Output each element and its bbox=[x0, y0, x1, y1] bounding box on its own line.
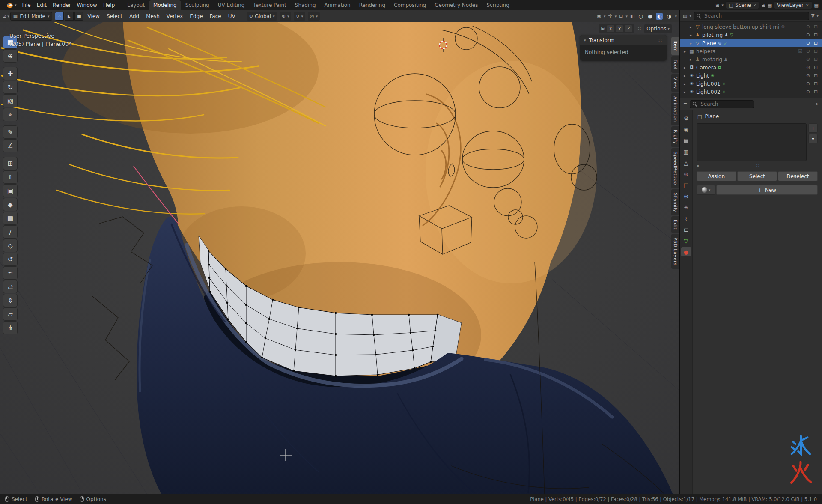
workspace-tab-layout[interactable]: Layout bbox=[123, 0, 149, 10]
new-material-button[interactable]: + New bbox=[716, 185, 818, 195]
disable-render-icon[interactable]: ⊡ bbox=[813, 24, 819, 30]
chevron-down-icon[interactable]: ▾ bbox=[604, 14, 606, 18]
menu-help[interactable]: Help bbox=[100, 1, 118, 9]
close-icon[interactable]: × bbox=[753, 3, 756, 7]
blender-menu[interactable]: ▾ bbox=[3, 3, 19, 8]
collapse-icon[interactable]: ▾ bbox=[584, 38, 586, 42]
vertex-select-mode-button[interactable]: ∴ bbox=[55, 12, 64, 21]
chevron-down-icon[interactable]: ▾ bbox=[816, 14, 819, 18]
tool-add-cube[interactable]: ⊞ bbox=[3, 157, 17, 170]
tab-material[interactable]: ● bbox=[681, 247, 691, 256]
outliner-row-metarig[interactable]: ▸ ♟ metarig ♟ ⊙ ⊡ bbox=[680, 55, 822, 63]
menu-vertex[interactable]: Vertex bbox=[164, 12, 186, 20]
hide-viewport-icon[interactable]: ⊙ bbox=[805, 32, 811, 38]
workspace-tab-animation[interactable]: Animation bbox=[320, 0, 355, 10]
chevron-down-icon[interactable]: ▾ bbox=[689, 14, 691, 18]
outliner-search-input[interactable] bbox=[703, 12, 806, 19]
panel-grip-icon[interactable]: ∷ bbox=[658, 37, 663, 43]
slot-specials-dropdown[interactable]: ▾ bbox=[808, 134, 818, 143]
tab-constraints[interactable]: ⊏ bbox=[681, 225, 691, 234]
disable-render-icon[interactable]: ⊡ bbox=[813, 57, 819, 62]
sidebar-tab-psd-layers[interactable]: PSD Layers bbox=[671, 234, 679, 269]
viewlayer-browse-icon[interactable]: ▤ bbox=[768, 3, 772, 8]
tool-edge-slide[interactable]: ⇄ bbox=[3, 280, 17, 293]
expand-icon[interactable]: ▸ bbox=[682, 49, 687, 54]
viewlayer-selector[interactable]: ViewLayer × bbox=[774, 1, 812, 9]
outliner-row-pilot-rig[interactable]: ▸ ♟ pilot_rig ♟ ▽ ⊙ ⊡ bbox=[680, 31, 822, 39]
workspace-tab-compositing[interactable]: Compositing bbox=[390, 0, 430, 10]
expand-icon[interactable]: ▸ bbox=[688, 57, 693, 62]
overlays-toggle-icon[interactable]: ⊟ bbox=[619, 13, 623, 19]
tool-shear[interactable]: ▱ bbox=[3, 308, 17, 320]
shading-rendered-button[interactable]: ◑ bbox=[665, 13, 672, 20]
gizmos-toggle-icon[interactable]: ✛ bbox=[608, 13, 612, 19]
mirror-x-button[interactable]: X bbox=[607, 25, 614, 32]
menu-add[interactable]: Add bbox=[126, 12, 142, 20]
object-name[interactable]: metarig bbox=[702, 57, 722, 63]
tool-shrink-fatten[interactable]: ⇕ bbox=[3, 294, 17, 307]
tool-move[interactable]: ✚ bbox=[3, 67, 17, 80]
viewport-3d-scene[interactable] bbox=[0, 22, 679, 494]
editor-type-icon[interactable]: ⊿ bbox=[3, 13, 6, 19]
mirror-y-button[interactable]: Y bbox=[616, 25, 623, 32]
face-select-mode-button[interactable]: ■ bbox=[74, 12, 83, 21]
resize-grip-icon[interactable]: ∷ bbox=[700, 163, 817, 168]
editor-type-icon[interactable]: ▤ bbox=[683, 13, 687, 19]
transform-orientation-dropdown[interactable]: ⊕ Global ▾ bbox=[247, 12, 277, 21]
properties-search-input[interactable] bbox=[700, 101, 751, 107]
browse-scene-icon[interactable]: ⊞ bbox=[715, 3, 719, 8]
sidebar-tab-rigify[interactable]: Rigify bbox=[671, 126, 679, 147]
menu-mesh[interactable]: Mesh bbox=[143, 12, 163, 20]
workspace-tab-sculpting[interactable]: Sculpting bbox=[181, 0, 214, 10]
tool-transform[interactable]: ⌖ bbox=[3, 108, 17, 121]
outliner-row-plane[interactable]: ▸ ▽ Plane ⊛ ▽ ⊙ ⊡ bbox=[680, 39, 822, 47]
object-name[interactable]: Plane bbox=[702, 40, 716, 46]
add-slot-button[interactable]: + bbox=[808, 123, 818, 133]
menu-render[interactable]: Render bbox=[50, 1, 74, 9]
object-name[interactable]: pilot_rig bbox=[702, 32, 723, 38]
tool-inset-faces[interactable]: ▣ bbox=[3, 185, 17, 197]
close-icon[interactable]: × bbox=[806, 3, 809, 7]
pin-icon[interactable]: ⌖ bbox=[816, 101, 818, 107]
tool-extrude-region[interactable]: ⇧ bbox=[3, 171, 17, 183]
hide-viewport-icon[interactable]: ⊙ bbox=[805, 73, 811, 78]
deselect-button[interactable]: Deselect bbox=[778, 171, 818, 181]
sidebar-tab-animation[interactable]: Animation bbox=[671, 93, 679, 125]
hide-viewport-icon[interactable]: ⊙ bbox=[805, 57, 811, 62]
tool-cursor[interactable]: ⊕ bbox=[3, 50, 17, 62]
hide-viewport-icon[interactable]: ⊙ bbox=[805, 24, 811, 30]
sidebar-tab-item[interactable]: Item bbox=[671, 37, 679, 55]
tab-world[interactable]: ⊕ bbox=[681, 169, 691, 179]
expand-icon[interactable]: ▸ bbox=[688, 25, 693, 29]
object-name[interactable]: Camera bbox=[696, 65, 716, 71]
disable-render-icon[interactable]: ⊡ bbox=[813, 89, 819, 95]
chevron-down-icon[interactable]: ▾ bbox=[615, 14, 617, 18]
workspace-tab-scripting[interactable]: Scripting bbox=[482, 0, 513, 10]
chevron-down-icon[interactable]: ▾ bbox=[7, 14, 9, 18]
shading-material-button[interactable]: ◐ bbox=[656, 13, 663, 20]
tool-poly-build[interactable]: ◇ bbox=[3, 239, 17, 252]
workspace-tab-modeling[interactable]: Modeling bbox=[149, 0, 181, 10]
object-name[interactable]: Light.002 bbox=[696, 89, 721, 95]
viewport-3d[interactable]: ▦ ⊕ ✚ ↻ ▧ ⌖ ✎ ∠ ⊞ ⇧ ▣ ◆ ▤ ∕ ◇ ↺ ≈ bbox=[0, 22, 679, 494]
tab-scene[interactable]: △ bbox=[681, 158, 691, 167]
editor-type-icon[interactable]: ≡ bbox=[683, 101, 687, 107]
outliner-row-light-002[interactable]: ▸ ✳ Light.002 ✳ ⊙ ⊡ bbox=[680, 88, 822, 96]
pivot-point-dropdown[interactable]: ⊚ ▾ bbox=[280, 12, 292, 21]
hide-viewport-icon[interactable]: ⊙ bbox=[805, 65, 811, 70]
hide-viewport-icon[interactable]: ⊙ bbox=[805, 40, 811, 46]
tool-measure[interactable]: ∠ bbox=[3, 140, 17, 152]
expand-icon[interactable]: ▸ bbox=[688, 41, 693, 45]
mirror-z-button[interactable]: Z bbox=[625, 25, 632, 32]
tool-rotate[interactable]: ↻ bbox=[3, 81, 17, 93]
expand-icon[interactable]: ▸ bbox=[682, 66, 687, 70]
tab-object[interactable]: □ bbox=[681, 180, 691, 190]
expand-icon[interactable]: ▸ bbox=[682, 90, 687, 94]
outliner-row-helpers[interactable]: ▸ ▦ helpers ☑ ⊙ ⊡ bbox=[680, 47, 822, 55]
menu-face[interactable]: Face bbox=[207, 12, 224, 20]
view-layers-icon[interactable]: ▤ bbox=[814, 3, 819, 8]
assign-button[interactable]: Assign bbox=[697, 171, 736, 181]
sidebar-tab-speedretopo[interactable]: SpeedRetopo bbox=[671, 148, 679, 188]
menu-view[interactable]: View bbox=[84, 12, 102, 20]
proportional-editing-toggle[interactable]: ◎ ▾ bbox=[308, 12, 320, 21]
